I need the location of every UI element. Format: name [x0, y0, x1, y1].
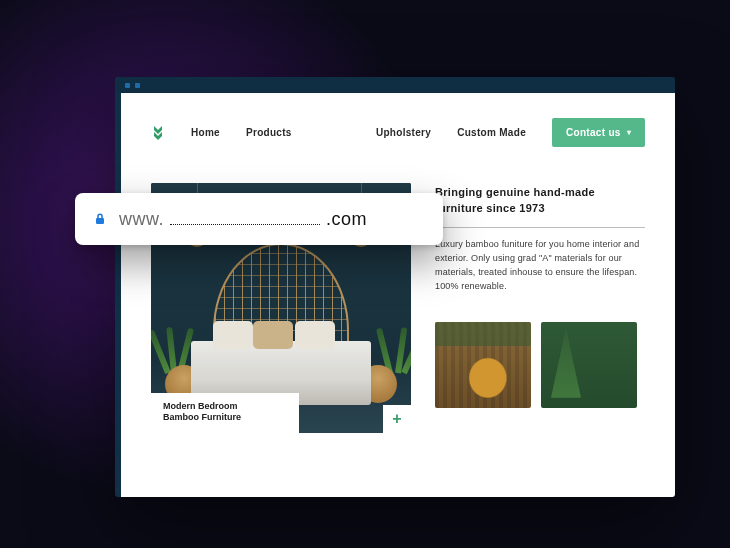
address-bar[interactable]: www. .com — [75, 193, 443, 245]
address-input-line[interactable] — [170, 211, 320, 225]
nav-link-products[interactable]: Products — [246, 127, 292, 138]
chevron-down-icon: ▾ — [627, 128, 631, 137]
divider — [435, 227, 645, 228]
address-prefix: www. — [119, 209, 164, 230]
hero-copy: Bringing genuine hand-made furniture sin… — [435, 183, 645, 433]
nav-link-home[interactable]: Home — [191, 127, 220, 138]
main-nav: Home Products Upholstery Custom Made Con… — [151, 115, 645, 149]
thumbnail-row — [435, 322, 645, 408]
window-control-dot[interactable] — [135, 83, 140, 88]
window-control-dot[interactable] — [125, 83, 130, 88]
browser-window: Home Products Upholstery Custom Made Con… — [115, 77, 675, 497]
hero-headline: Bringing genuine hand-made furniture sin… — [435, 185, 645, 217]
contact-us-label: Contact us — [566, 127, 621, 138]
caption-line: Modern Bedroom — [163, 401, 287, 412]
brand-logo[interactable] — [151, 124, 165, 140]
address-suffix: .com — [326, 209, 367, 230]
plus-icon: + — [392, 410, 401, 428]
caption-line: Bamboo Furniture — [163, 412, 287, 423]
nav-link-upholstery[interactable]: Upholstery — [376, 127, 431, 138]
lock-icon — [93, 212, 107, 226]
svg-rect-0 — [96, 218, 104, 224]
webpage: Home Products Upholstery Custom Made Con… — [121, 93, 675, 497]
gallery-thumb[interactable] — [541, 322, 637, 408]
contact-us-button[interactable]: Contact us ▾ — [552, 118, 645, 147]
gallery-thumb[interactable] — [435, 322, 531, 408]
add-button[interactable]: + — [383, 405, 411, 433]
window-titlebar — [115, 77, 675, 93]
hero-body: Luxury bamboo funiture for you home inte… — [435, 238, 645, 294]
hero-caption: Modern Bedroom Bamboo Furniture — [151, 393, 299, 434]
nav-link-custom-made[interactable]: Custom Made — [457, 127, 526, 138]
address-text: www. .com — [119, 209, 367, 230]
